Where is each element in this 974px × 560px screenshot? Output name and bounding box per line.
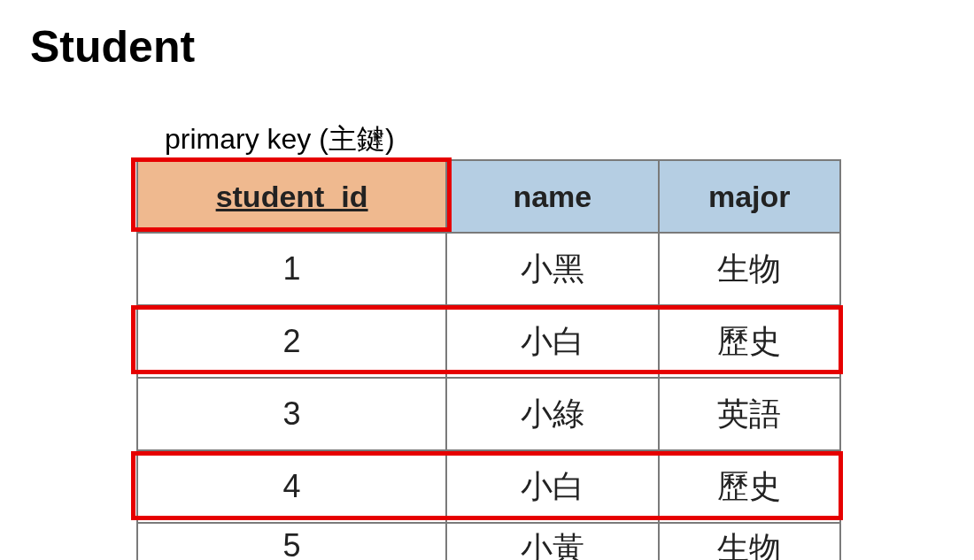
cell-id: 1 bbox=[137, 233, 446, 305]
cell-name: 小黃 bbox=[446, 523, 658, 560]
cell-major: 生物 bbox=[659, 233, 841, 305]
student-table: student_id name major 1 小黑 生物 2 小白 歷史 3 … bbox=[136, 159, 841, 560]
col-header-name: name bbox=[446, 160, 658, 233]
col-header-major: major bbox=[659, 160, 841, 233]
cell-major: 英語 bbox=[659, 378, 841, 450]
cell-id: 2 bbox=[137, 305, 446, 378]
cell-name: 小白 bbox=[446, 305, 658, 378]
page-title: Student bbox=[30, 21, 195, 73]
cell-major: 歷史 bbox=[659, 450, 841, 523]
cell-name: 小黑 bbox=[446, 233, 658, 305]
cell-major: 歷史 bbox=[659, 305, 841, 378]
cell-name: 小白 bbox=[446, 450, 658, 523]
table-header-row: student_id name major bbox=[137, 160, 840, 233]
table-row: 2 小白 歷史 bbox=[137, 305, 840, 378]
table-row: 4 小白 歷史 bbox=[137, 450, 840, 523]
col-header-student-id: student_id bbox=[137, 160, 446, 233]
cell-id: 4 bbox=[137, 450, 446, 523]
cell-name: 小綠 bbox=[446, 378, 658, 450]
table-row: 1 小黑 生物 bbox=[137, 233, 840, 305]
cell-id: 5 bbox=[137, 523, 446, 560]
table-row: 3 小綠 英語 bbox=[137, 378, 840, 450]
mouse-cursor-icon bbox=[373, 129, 385, 147]
cell-major: 生物 bbox=[659, 523, 841, 560]
table-row: 5 小黃 生物 bbox=[137, 523, 840, 560]
cell-id: 3 bbox=[137, 378, 446, 450]
primary-key-label: primary key (主鍵) bbox=[165, 120, 395, 159]
